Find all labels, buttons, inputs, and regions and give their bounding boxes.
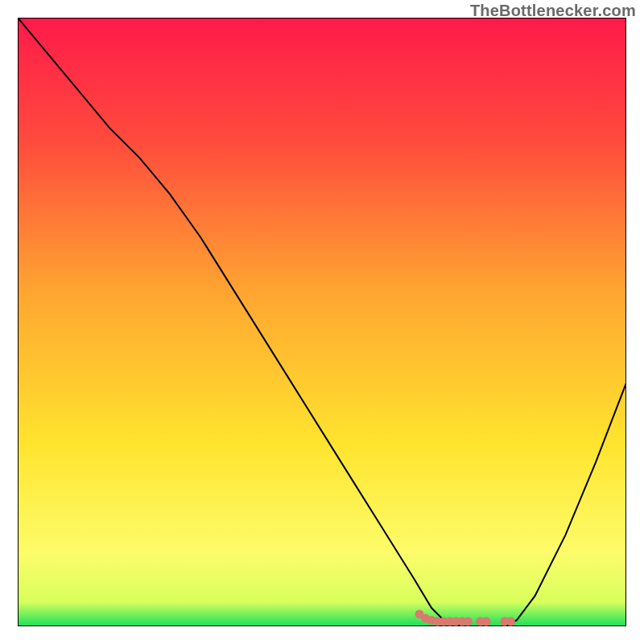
optimal-dot xyxy=(506,617,515,626)
optimal-dot xyxy=(464,617,473,626)
optimal-dot xyxy=(482,617,491,626)
plot-area xyxy=(18,18,626,626)
chart-svg xyxy=(18,18,626,626)
gradient-background xyxy=(18,18,626,626)
chart-frame: TheBottlenecker.com xyxy=(0,0,644,644)
